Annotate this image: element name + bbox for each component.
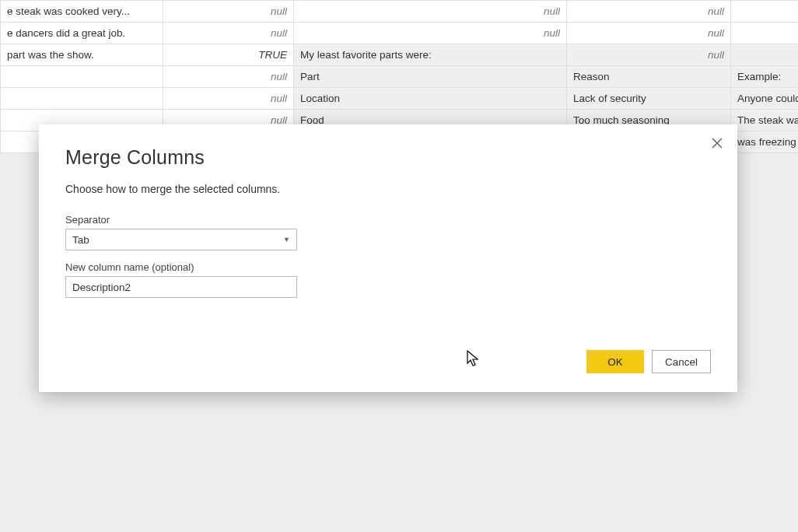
- table-cell[interactable]: My least favorite parts were:: [294, 44, 567, 66]
- table-cell[interactable]: null: [731, 44, 799, 66]
- close-icon: [712, 138, 723, 149]
- table-cell[interactable]: null: [567, 1, 731, 23]
- table-row[interactable]: e steak was cooked very...nullnullnullnu…: [1, 1, 799, 23]
- table-cell[interactable]: null: [567, 23, 731, 44]
- table-cell[interactable]: Lack of security: [567, 88, 731, 110]
- table-cell[interactable]: null: [163, 23, 294, 44]
- column-name-input[interactable]: [65, 276, 297, 298]
- table-cell[interactable]: Part: [294, 66, 567, 88]
- close-button[interactable]: [708, 134, 726, 152]
- table-cell[interactable]: Anyone could: [731, 88, 799, 110]
- table-cell[interactable]: Example:: [731, 66, 799, 88]
- table-cell[interactable]: null: [163, 66, 294, 88]
- separator-value: Tab: [72, 234, 89, 246]
- merge-columns-dialog: Merge Columns Choose how to merge the se…: [39, 124, 737, 392]
- chevron-down-icon: ▼: [283, 236, 290, 243]
- table-cell[interactable]: null: [163, 88, 294, 110]
- dialog-button-row: OK Cancel: [586, 350, 711, 373]
- table-row[interactable]: part was the show.TRUEMy least favorite …: [1, 44, 799, 66]
- table-cell[interactable]: Location: [294, 88, 567, 110]
- table-cell[interactable]: null: [294, 1, 567, 23]
- table-cell[interactable]: TRUE: [163, 44, 294, 66]
- dialog-prompt: Choose how to merge the selected columns…: [65, 183, 711, 195]
- separator-select[interactable]: Tab ▼: [65, 229, 297, 250]
- ok-button[interactable]: OK: [586, 350, 644, 373]
- table-cell[interactable]: was freezing: [731, 131, 799, 153]
- table-cell[interactable]: null: [731, 1, 799, 23]
- table-cell[interactable]: part was the show.: [1, 44, 163, 66]
- table-cell[interactable]: null: [163, 1, 294, 23]
- separator-label: Separator: [65, 214, 711, 226]
- column-name-label: New column name (optional): [65, 261, 711, 273]
- table-cell[interactable]: null: [567, 44, 731, 66]
- table-cell[interactable]: e steak was cooked very...: [1, 1, 163, 23]
- table-cell[interactable]: Reason: [567, 66, 731, 88]
- table-row[interactable]: nullPartReasonExample:: [1, 66, 799, 88]
- table-row[interactable]: e dancers did a great job.nullnullnullnu…: [1, 23, 799, 44]
- table-cell[interactable]: e dancers did a great job.: [1, 23, 163, 44]
- table-row[interactable]: nullLocationLack of securityAnyone could: [1, 88, 799, 110]
- table-cell[interactable]: null: [294, 23, 567, 44]
- table-cell[interactable]: null: [731, 23, 799, 44]
- dialog-title: Merge Columns: [65, 146, 711, 169]
- cancel-button[interactable]: Cancel: [652, 350, 711, 373]
- table-cell[interactable]: [1, 88, 163, 110]
- table-cell[interactable]: The steak wa: [731, 110, 799, 131]
- table-cell[interactable]: [1, 66, 163, 88]
